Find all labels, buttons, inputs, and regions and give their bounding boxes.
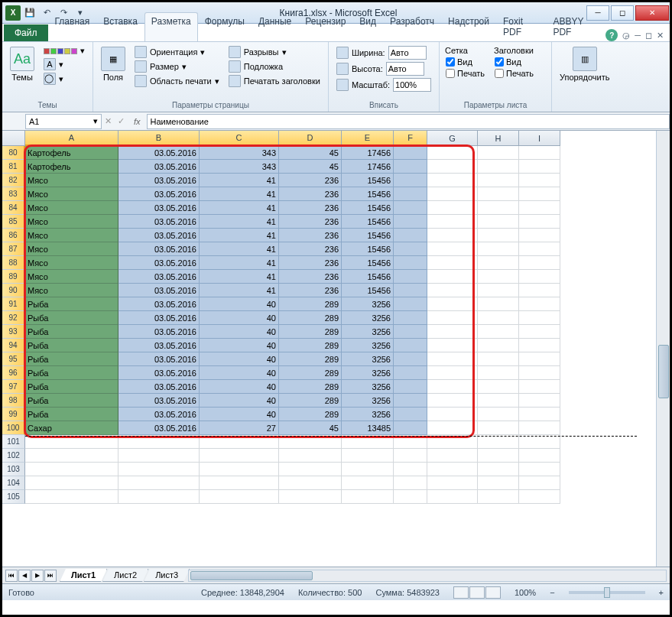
cell-C85[interactable]: 41 [200,215,279,229]
cell-E84[interactable]: 15456 [342,201,394,215]
cell-I92[interactable] [519,311,560,325]
fit-height-input[interactable] [386,62,424,76]
cell-I98[interactable] [519,394,560,408]
cell-C94[interactable]: 40 [200,339,279,352]
cell-A92[interactable]: Рыба [25,311,118,325]
cell-H102[interactable] [478,449,519,463]
cell-A86[interactable]: Мясо [25,229,118,242]
cell-D97[interactable]: 289 [279,380,342,394]
close-button[interactable]: ✕ [635,5,669,21]
vertical-scrollbar[interactable] [656,131,670,567]
cell-I103[interactable] [519,463,560,476]
cell-E92[interactable]: 3256 [342,311,394,325]
cell-H81[interactable] [478,160,519,174]
cell-G88[interactable] [427,256,478,270]
row-header-94[interactable]: 94 [2,339,25,352]
row-header-90[interactable]: 90 [2,284,25,297]
cell-E91[interactable]: 3256 [342,297,394,311]
col-header-C[interactable]: C [200,131,279,146]
cell-H89[interactable] [478,270,519,284]
ribbon-tab-2[interactable]: Разметка [144,12,198,41]
col-header-I[interactable]: I [519,131,560,146]
cell-I81[interactable] [519,160,560,174]
cell-A100[interactable]: Сахар [25,421,118,435]
row-header-98[interactable]: 98 [2,394,25,408]
cell-I93[interactable] [519,325,560,339]
cell-B83[interactable]: 03.05.2016 [118,187,200,201]
cell-B88[interactable]: 03.05.2016 [118,256,200,270]
cell-C87[interactable]: 41 [200,242,279,256]
cell-D84[interactable]: 236 [279,201,342,215]
gridlines-view-checkbox[interactable]: Вид [444,57,490,67]
cell-B92[interactable]: 03.05.2016 [118,311,200,325]
cell-D104[interactable] [279,476,342,490]
cell-A89[interactable]: Мясо [25,270,118,284]
cell-I88[interactable] [519,256,560,270]
cell-B99[interactable]: 03.05.2016 [118,408,200,421]
cell-C96[interactable]: 40 [200,366,279,380]
cell-D101[interactable] [279,435,342,449]
cell-H96[interactable] [478,366,519,380]
row-header-84[interactable]: 84 [2,201,25,215]
cell-D81[interactable]: 45 [279,160,342,174]
cell-H84[interactable] [478,201,519,215]
cell-A88[interactable]: Мясо [25,256,118,270]
cell-F97[interactable] [394,380,427,394]
cell-I105[interactable] [519,490,560,504]
cell-D102[interactable] [279,449,342,463]
cell-I99[interactable] [519,408,560,421]
cell-G96[interactable] [427,366,478,380]
cell-G90[interactable] [427,284,478,297]
cell-G103[interactable] [427,463,478,476]
cell-H103[interactable] [478,463,519,476]
cell-F90[interactable] [394,284,427,297]
row-header-100[interactable]: 100 [2,421,25,435]
cell-A87[interactable]: Мясо [25,242,118,256]
cell-I85[interactable] [519,215,560,229]
cell-F87[interactable] [394,242,427,256]
cell-B93[interactable]: 03.05.2016 [118,325,200,339]
cell-E99[interactable]: 3256 [342,408,394,421]
cell-G80[interactable] [427,146,478,160]
col-header-E[interactable]: E [342,131,394,146]
zoom-thumb[interactable] [604,587,610,598]
cell-C84[interactable]: 41 [200,201,279,215]
ribbon-tab-5[interactable]: Рецензир [298,12,352,41]
print-area-button[interactable]: Область печати ▾ [131,74,222,88]
row-header-97[interactable]: 97 [2,380,25,394]
cell-F89[interactable] [394,270,427,284]
background-button[interactable]: Подложка [226,60,323,73]
cell-C100[interactable]: 27 [200,421,279,435]
cell-A84[interactable]: Мясо [25,201,118,215]
cell-F85[interactable] [394,215,427,229]
cell-H98[interactable] [478,394,519,408]
cell-B91[interactable]: 03.05.2016 [118,297,200,311]
cell-I90[interactable] [519,284,560,297]
cell-A93[interactable]: Рыба [25,325,118,339]
cell-D85[interactable]: 236 [279,215,342,229]
cell-A81[interactable]: Картофель [25,160,118,174]
cell-D94[interactable]: 289 [279,339,342,352]
cell-E98[interactable]: 3256 [342,394,394,408]
horizontal-scroll-thumb[interactable] [190,571,313,580]
cell-B105[interactable] [118,490,200,504]
cell-G92[interactable] [427,311,478,325]
cell-D100[interactable]: 45 [279,421,342,435]
cell-H82[interactable] [478,174,519,187]
cell-H99[interactable] [478,408,519,421]
cell-D87[interactable]: 236 [279,242,342,256]
cell-B94[interactable]: 03.05.2016 [118,339,200,352]
print-titles-button[interactable]: Печатать заголовки [226,74,323,88]
cell-F93[interactable] [394,325,427,339]
cell-D86[interactable]: 236 [279,229,342,242]
sheet-tab-1[interactable]: Лист2 [102,569,148,582]
cell-E94[interactable]: 3256 [342,339,394,352]
cell-E96[interactable]: 3256 [342,366,394,380]
cell-H94[interactable] [478,339,519,352]
cell-H80[interactable] [478,146,519,160]
zoom-in-button[interactable]: + [659,588,664,597]
cell-I86[interactable] [519,229,560,242]
maximize-button[interactable]: ◻ [611,5,634,21]
row-header-80[interactable]: 80 [2,146,25,160]
view-page-break-button[interactable] [485,586,501,599]
